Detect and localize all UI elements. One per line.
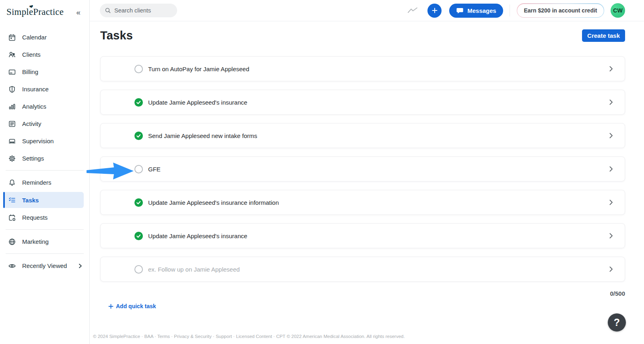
messages-button[interactable]: Messages xyxy=(449,4,503,18)
app-root: SimplePractice❤ « Calendar Clients xyxy=(0,0,644,344)
eye-icon xyxy=(8,262,16,270)
chevron-right-icon[interactable] xyxy=(608,233,614,239)
quick-task-input[interactable] xyxy=(148,266,349,273)
task-row[interactable]: Update Jamie Appleseed's insurance infor… xyxy=(100,190,625,215)
sidebar-item-label: Settings xyxy=(22,155,44,162)
plus-icon xyxy=(108,304,114,309)
sidebar-item-label: Insurance xyxy=(22,86,49,93)
chevron-right-icon[interactable] xyxy=(608,266,614,272)
footer-link[interactable]: Licensed Content xyxy=(236,334,272,339)
task-row[interactable]: Send Jamie Appleseed new intake forms xyxy=(100,123,625,148)
sidebar-item-reminders[interactable]: Reminders xyxy=(0,174,89,191)
create-new-button[interactable] xyxy=(427,4,442,18)
chevron-right-icon[interactable] xyxy=(608,166,614,172)
footer-segment: CPT © 2022 American Medical Association.… xyxy=(276,334,405,339)
add-quick-task-label: Add quick task xyxy=(116,303,156,309)
task-row[interactable]: Update Jamie Appleseed's insurance xyxy=(100,90,625,115)
sidebar-item-billing[interactable]: Billing xyxy=(0,63,89,80)
trend-sparkline-icon xyxy=(407,7,418,14)
sidebar-item-label: Marketing xyxy=(22,238,49,245)
task-done-icon[interactable] xyxy=(134,132,143,140)
plus-icon xyxy=(431,7,438,14)
calendar-plus-icon xyxy=(8,214,16,222)
sidebar-item-label: Reminders xyxy=(22,179,52,186)
sidebar-item-marketing[interactable]: Marketing xyxy=(0,233,89,250)
char-counter: 0/500 xyxy=(100,290,625,297)
globe-icon xyxy=(8,238,16,246)
sidebar-item-label: Recently Viewed xyxy=(22,262,67,269)
task-row[interactable]: GFE xyxy=(100,157,625,181)
add-quick-task-button[interactable]: Add quick task xyxy=(108,303,156,309)
task-label: Update Jamie Appleseed's insurance xyxy=(148,233,247,239)
tasks-checklist-icon xyxy=(8,196,16,204)
brand-heart-icon: ❤ xyxy=(29,4,34,10)
page-title: Tasks xyxy=(100,29,133,42)
chevron-right-icon[interactable] xyxy=(608,132,614,139)
task-checkbox[interactable] xyxy=(134,165,143,173)
calendar-icon xyxy=(8,33,16,41)
topbar-divider xyxy=(510,4,510,16)
footer-link[interactable]: Terms xyxy=(157,334,170,339)
task-done-icon[interactable] xyxy=(134,198,143,207)
client-search[interactable] xyxy=(100,4,177,17)
sidebar-item-tasks[interactable]: Tasks xyxy=(3,192,84,208)
settings-gear-icon xyxy=(8,154,16,163)
chevron-right-icon[interactable] xyxy=(608,199,614,206)
sidebar-item-supervision[interactable]: Supervision xyxy=(0,132,89,150)
topbar: Messages Earn $200 in account credit CW xyxy=(90,0,644,21)
earn-credit-button[interactable]: Earn $200 in account credit xyxy=(517,3,604,18)
sidebar-item-label: Activity xyxy=(22,120,41,127)
sidebar: SimplePractice❤ « Calendar Clients xyxy=(0,0,90,344)
sidebar-item-requests[interactable]: Requests xyxy=(0,209,89,226)
chevron-right-icon xyxy=(77,263,83,269)
earn-credit-label: Earn $200 in account credit xyxy=(517,4,603,17)
sidebar-divider xyxy=(6,229,84,230)
footer-text: © 2024 SimplePractice · BAA · Terms · Pr… xyxy=(93,334,405,339)
task-label: Send Jamie Appleseed new intake forms xyxy=(148,132,257,139)
task-done-icon[interactable] xyxy=(134,98,143,107)
search-input[interactable] xyxy=(114,7,171,14)
chevron-right-icon[interactable] xyxy=(608,66,614,72)
sidebar-item-settings[interactable]: Settings xyxy=(0,150,89,167)
task-label: Turn on AutoPay for Jamie Appleseed xyxy=(148,66,249,72)
sidebar-item-label: Supervision xyxy=(22,138,54,144)
sidebar-collapse-button[interactable]: « xyxy=(76,8,80,16)
chevron-right-icon[interactable] xyxy=(608,99,614,105)
sidebar-item-label: Analytics xyxy=(22,103,46,110)
bell-icon xyxy=(8,179,16,187)
task-label: Update Jamie Appleseed's insurance xyxy=(148,99,247,106)
task-row[interactable]: Turn on AutoPay for Jamie Appleseed xyxy=(100,56,625,81)
sidebar-item-calendar[interactable]: Calendar xyxy=(0,29,89,46)
billing-card-icon xyxy=(8,68,16,76)
task-row[interactable] xyxy=(100,257,625,282)
content: Tasks Create task Turn on AutoPay for Ja… xyxy=(90,21,644,344)
clients-icon xyxy=(8,51,16,59)
task-done-icon[interactable] xyxy=(134,232,143,240)
sidebar-divider xyxy=(6,253,84,254)
sidebar-item-activity[interactable]: Activity xyxy=(0,115,89,132)
insurance-shield-icon xyxy=(8,85,16,93)
sidebar-item-recently-viewed[interactable]: Recently Viewed xyxy=(0,257,89,274)
sidebar-item-label: Requests xyxy=(22,214,47,221)
analytics-bars-icon xyxy=(8,103,16,111)
task-checkbox[interactable] xyxy=(134,65,143,73)
create-task-button[interactable]: Create task xyxy=(582,29,625,42)
task-checkbox[interactable] xyxy=(134,265,143,274)
footer-link[interactable]: BAA xyxy=(144,334,153,339)
footer-link[interactable]: Privacy & Security xyxy=(174,334,211,339)
sidebar-item-insurance[interactable]: Insurance xyxy=(0,80,89,98)
footer-link[interactable]: Support xyxy=(216,334,232,339)
sidebar-item-clients[interactable]: Clients xyxy=(0,46,89,63)
sidebar-item-label: Tasks xyxy=(22,197,39,204)
task-label: Update Jamie Appleseed's insurance infor… xyxy=(148,199,279,206)
avatar[interactable]: CW xyxy=(611,3,625,18)
activity-list-icon xyxy=(8,120,16,128)
supervision-icon xyxy=(8,137,16,145)
help-button[interactable]: ? xyxy=(608,313,626,332)
chat-bubble-icon xyxy=(456,7,464,14)
main-area: Messages Earn $200 in account credit CW … xyxy=(90,0,644,344)
sidebar-item-label: Calendar xyxy=(22,34,47,41)
sidebar-item-label: Clients xyxy=(22,51,41,58)
task-row[interactable]: Update Jamie Appleseed's insurance xyxy=(100,223,625,248)
sidebar-item-analytics[interactable]: Analytics xyxy=(0,98,89,115)
